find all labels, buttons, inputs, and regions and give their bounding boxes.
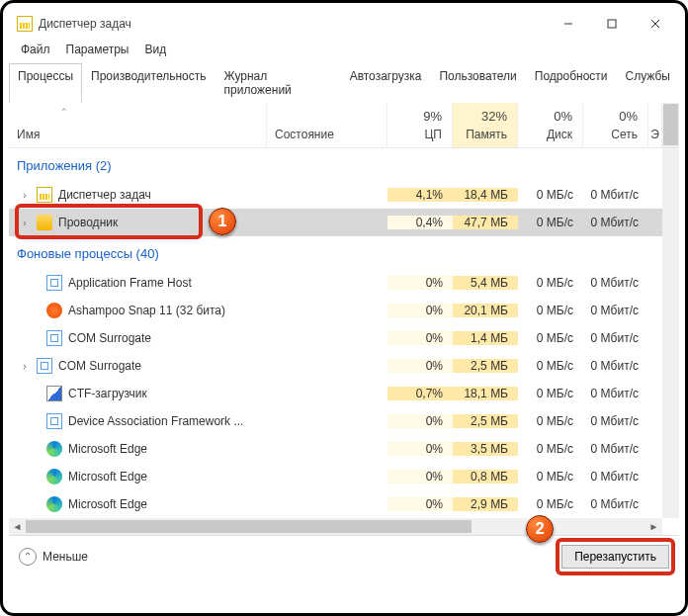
- minimize-button[interactable]: [547, 9, 590, 39]
- task-manager-icon: [37, 187, 52, 203]
- tab-users[interactable]: Пользователи: [430, 63, 525, 103]
- table-row[interactable]: COM Surrogate 0%1,4 МБ0 МБ/с0 Мбит/с: [9, 324, 662, 352]
- process-name: Microsoft Edge: [68, 470, 147, 484]
- cell-mem: 2,9 МБ: [453, 497, 518, 511]
- fewer-label: Меньше: [43, 550, 88, 564]
- close-button[interactable]: [634, 9, 677, 39]
- table-row[interactable]: ›COM Surrogate 0%2,5 МБ0 МБ/с0 Мбит/с: [9, 352, 662, 380]
- cell-cpu: 0%: [387, 497, 453, 511]
- table-row[interactable]: Device Association Framework ... 0%2,5 М…: [9, 407, 662, 435]
- cell-disk: 0 МБ/с: [518, 331, 583, 345]
- column-headers: ⌃ Имя Состояние 9% ЦП 32% Память 0% Диск…: [9, 103, 679, 148]
- process-name: CTF-загрузчик: [68, 387, 147, 400]
- process-name: Ashampoo Snap 11 (32 бита): [68, 304, 225, 317]
- cell-net: 0 Мбит/с: [583, 387, 648, 400]
- cell-mem: 3,5 МБ: [453, 442, 518, 456]
- tab-app-history[interactable]: Журнал приложений: [215, 63, 341, 103]
- col-extra[interactable]: Э: [648, 103, 662, 147]
- scrollbar-thumb[interactable]: [26, 520, 472, 533]
- scroll-left-icon[interactable]: ◄: [9, 521, 26, 532]
- table-row[interactable]: Microsoft Edge 0%3,5 МБ0 МБ/с0 Мбит/с: [9, 435, 662, 463]
- cell-disk: 0 МБ/с: [518, 276, 583, 290]
- restart-button[interactable]: Перезапустить: [561, 545, 669, 569]
- col-net[interactable]: 0% Сеть: [583, 103, 648, 147]
- group-apps: Приложения (2): [9, 148, 662, 181]
- process-name: Microsoft Edge: [68, 497, 147, 511]
- cell-mem: 18,1 МБ: [453, 387, 518, 400]
- col-name-label: Имя: [17, 128, 40, 141]
- table-row[interactable]: Ashampoo Snap 11 (32 бита) 0%20,1 МБ0 МБ…: [9, 297, 662, 324]
- table-row[interactable]: CTF-загрузчик 0,7%18,1 МБ0 МБ/с0 Мбит/с: [9, 380, 662, 407]
- tab-services[interactable]: Службы: [617, 63, 679, 103]
- process-name: COM Surrogate: [58, 359, 141, 373]
- cell-cpu: 0%: [387, 442, 453, 456]
- cell-disk: 0 МБ/с: [518, 304, 583, 317]
- menu-file[interactable]: Файл: [15, 41, 56, 58]
- explorer-icon: [37, 215, 52, 230]
- cell-net: 0 Мбит/с: [583, 470, 648, 484]
- marker-1: 1: [209, 208, 236, 235]
- footer: ⌃ Меньше Перезапустить 2: [9, 535, 679, 576]
- marker-2: 2: [526, 515, 554, 543]
- vertical-scrollbar[interactable]: [662, 103, 679, 147]
- cell-disk: 0 МБ/с: [518, 442, 583, 456]
- device-assoc-icon: [46, 413, 62, 429]
- com-surrogate-icon: [46, 330, 62, 346]
- process-name: Application Frame Host: [68, 276, 192, 290]
- cell-disk: 0 МБ/с: [518, 359, 583, 373]
- cell-mem: 1,4 МБ: [453, 331, 518, 345]
- cpu-label: ЦП: [397, 128, 442, 141]
- expand-icon[interactable]: ›: [19, 361, 31, 372]
- cell-cpu: 0%: [387, 359, 453, 373]
- col-name[interactable]: ⌃ Имя: [9, 103, 267, 147]
- mem-label: Память: [463, 128, 507, 141]
- col-disk[interactable]: 0% Диск: [518, 103, 583, 147]
- mem-pct: 32%: [463, 109, 507, 124]
- expand-icon[interactable]: ›: [19, 218, 31, 228]
- process-name: Microsoft Edge: [68, 442, 147, 456]
- table-row-selected[interactable]: ›Проводник 0,4% 47,7 МБ 0 МБ/с 0 Мбит/с: [9, 209, 662, 236]
- col-state[interactable]: Состояние: [267, 103, 387, 147]
- cell-mem: 2,5 МБ: [453, 414, 518, 428]
- tab-details[interactable]: Подробности: [526, 63, 617, 103]
- table-row[interactable]: Microsoft Edge 0%0,8 МБ0 МБ/с0 Мбит/с: [9, 463, 662, 490]
- cell-cpu: 4,1%: [387, 188, 453, 202]
- table-row[interactable]: Application Frame Host 0%5,4 МБ0 МБ/с0 М…: [9, 269, 662, 297]
- scroll-right-icon[interactable]: ►: [645, 521, 662, 532]
- tab-startup[interactable]: Автозагрузка: [341, 63, 431, 103]
- scrollbar-thumb[interactable]: [663, 104, 678, 145]
- cell-net: 0 Мбит/с: [583, 188, 648, 202]
- cell-mem: 5,4 МБ: [453, 276, 518, 290]
- tab-performance[interactable]: Производительность: [82, 63, 215, 103]
- app-frame-icon: [46, 275, 62, 291]
- window-title: Диспетчер задач: [39, 17, 547, 31]
- edge-icon: [46, 469, 62, 484]
- process-name: Диспетчер задач: [58, 188, 151, 202]
- col-mem[interactable]: 32% Память: [453, 103, 518, 147]
- menu-view[interactable]: Вид: [138, 41, 172, 58]
- cell-mem: 0,8 МБ: [453, 470, 518, 484]
- horizontal-scrollbar[interactable]: ◄ ►: [9, 518, 662, 535]
- expand-icon[interactable]: ›: [19, 190, 31, 201]
- fewer-details-button[interactable]: ⌃ Меньше: [19, 548, 88, 566]
- chevron-up-icon: ⌃: [19, 548, 37, 566]
- process-name: COM Surrogate: [68, 331, 151, 345]
- cell-net: 0 Мбит/с: [583, 442, 648, 456]
- cell-mem: 2,5 МБ: [453, 359, 518, 373]
- vertical-scrollbar-body[interactable]: [662, 148, 679, 518]
- table-row[interactable]: Microsoft Edge 0%2,9 МБ0 МБ/с0 Мбит/с: [9, 490, 662, 518]
- ashampoo-icon: [46, 303, 62, 318]
- maximize-button[interactable]: [590, 9, 634, 39]
- col-cpu[interactable]: 9% ЦП: [387, 103, 453, 147]
- ctf-icon: [46, 386, 62, 401]
- net-label: Сеть: [593, 128, 638, 141]
- cell-cpu: 0%: [387, 276, 453, 290]
- cell-net: 0 Мбит/с: [583, 216, 648, 229]
- menubar: Файл Параметры Вид: [9, 39, 679, 60]
- table-row[interactable]: ›Диспетчер задач 4,1% 18,4 МБ 0 МБ/с 0 М…: [9, 181, 662, 209]
- cell-net: 0 Мбит/с: [583, 276, 648, 290]
- tab-processes[interactable]: Процессы: [9, 63, 82, 103]
- process-name: Проводник: [58, 216, 118, 229]
- menu-options[interactable]: Параметры: [60, 41, 135, 58]
- edge-icon: [46, 496, 62, 512]
